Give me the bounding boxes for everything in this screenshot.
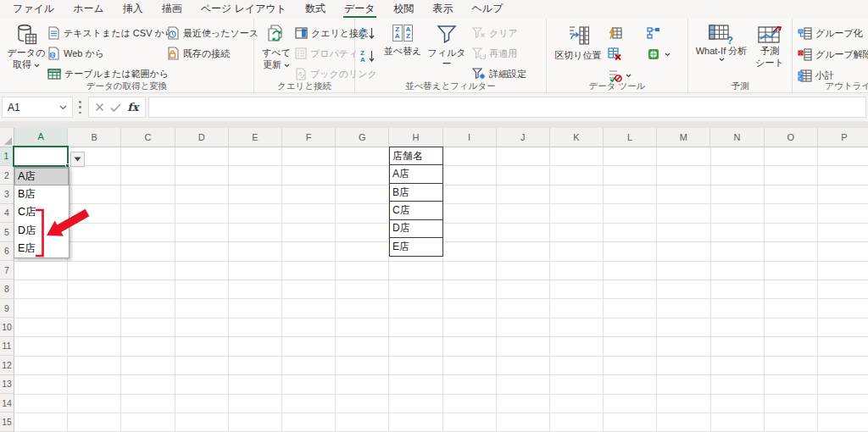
consolidate-button[interactable] bbox=[647, 25, 661, 41]
tab-page-layout[interactable]: ページ レイアウト bbox=[192, 0, 296, 19]
ungroup-button[interactable]: グループ解除 bbox=[798, 47, 868, 62]
tab-review-label: 校閲 bbox=[393, 1, 415, 18]
text-to-columns-button[interactable]: 区切り位置 bbox=[554, 25, 603, 61]
what-if-analysis-icon: ? bbox=[709, 25, 734, 45]
get-data-button[interactable]: データの 取得 bbox=[7, 23, 46, 70]
tab-insert[interactable]: 挿入 bbox=[114, 0, 153, 19]
remove-duplicates-button[interactable] bbox=[608, 47, 622, 62]
remove-duplicates-icon bbox=[608, 47, 622, 61]
row-header-6[interactable]: 6 bbox=[0, 242, 14, 261]
column-header-j[interactable]: J bbox=[497, 128, 550, 147]
column-header-g[interactable]: G bbox=[336, 128, 389, 147]
forecast-sheet-button[interactable]: 予測 シート bbox=[753, 25, 787, 69]
cell-h1[interactable]: 店舗名 bbox=[389, 147, 443, 165]
tab-draw[interactable]: 描画 bbox=[153, 0, 192, 19]
formula-bar: A1 fx bbox=[0, 93, 868, 121]
select-all-button[interactable] bbox=[0, 128, 14, 147]
name-box-value: A1 bbox=[8, 102, 20, 114]
column-header-i[interactable]: I bbox=[443, 128, 497, 147]
sort-descending-button[interactable]: ZA bbox=[360, 49, 375, 64]
tab-formulas-label: 数式 bbox=[304, 1, 326, 18]
cell-h2[interactable]: A店 bbox=[389, 164, 443, 183]
tab-file[interactable]: ファイル bbox=[3, 0, 64, 19]
dropdown-item-b[interactable]: B店 bbox=[14, 186, 69, 203]
dropdown-item-e[interactable]: E店 bbox=[14, 240, 69, 258]
validation-dropdown-button[interactable] bbox=[70, 152, 85, 167]
dropdown-item-a[interactable]: A店 bbox=[14, 168, 69, 186]
column-header-f[interactable]: F bbox=[282, 128, 336, 147]
insert-function-icon[interactable]: fx bbox=[127, 101, 138, 114]
tab-home-label: ホーム bbox=[72, 1, 105, 18]
advanced-filter-button[interactable]: 詳細設定 bbox=[472, 66, 526, 81]
column-header-m[interactable]: M bbox=[657, 128, 710, 147]
column-header-k[interactable]: K bbox=[550, 128, 604, 147]
row-header-8[interactable]: 8 bbox=[0, 280, 14, 298]
tab-view[interactable]: 表示 bbox=[424, 0, 463, 19]
row-header-3[interactable]: 3 bbox=[0, 185, 14, 203]
table-range-icon bbox=[47, 68, 61, 80]
row-header-15[interactable]: 15 bbox=[0, 413, 14, 431]
cell-h4[interactable]: C店 bbox=[389, 201, 443, 219]
dropdown-item-c[interactable]: C店 bbox=[14, 203, 69, 221]
down-arrow-icon bbox=[369, 28, 375, 40]
row-header-4[interactable]: 4 bbox=[0, 204, 14, 223]
enter-icon[interactable] bbox=[110, 103, 121, 112]
row-header-12[interactable]: 12 bbox=[0, 356, 14, 374]
group-icon bbox=[798, 27, 812, 40]
tab-home[interactable]: ホーム bbox=[64, 0, 114, 19]
formula-input[interactable] bbox=[148, 97, 866, 118]
column-header-c[interactable]: C bbox=[121, 128, 175, 147]
formula-bar-resizer[interactable] bbox=[79, 101, 81, 114]
tab-data[interactable]: データ bbox=[335, 0, 385, 19]
what-if-analysis-button[interactable]: ? What-If 分析 bbox=[693, 25, 749, 62]
row-header-10[interactable]: 10 bbox=[0, 318, 14, 336]
recent-sources-button[interactable]: 最近使ったソース bbox=[167, 25, 259, 41]
filter-button[interactable]: フィルター bbox=[426, 25, 467, 69]
column-header-b[interactable]: B bbox=[68, 128, 121, 147]
group-button[interactable]: グループ化 bbox=[798, 25, 863, 41]
sort-dialog-button[interactable]: ZA AZ 並べ替え bbox=[382, 25, 423, 57]
row-header-14[interactable]: 14 bbox=[0, 394, 14, 413]
flash-fill-button[interactable] bbox=[608, 25, 622, 41]
tab-help[interactable]: ヘルプ bbox=[463, 0, 513, 19]
name-box[interactable]: A1 bbox=[2, 97, 73, 118]
from-web-button[interactable]: Web から bbox=[47, 46, 104, 61]
row-header-2[interactable]: 2 bbox=[0, 166, 14, 185]
tab-draw-label: 描画 bbox=[161, 1, 183, 18]
selected-cell-a1[interactable] bbox=[13, 146, 69, 167]
data-model-button[interactable] bbox=[647, 47, 670, 62]
tab-formulas[interactable]: 数式 bbox=[296, 0, 335, 19]
from-text-csv-button[interactable]: テキストまたは CSV から bbox=[47, 25, 174, 41]
column-header-d[interactable]: D bbox=[175, 128, 229, 147]
row-header-5[interactable]: 5 bbox=[0, 223, 14, 241]
existing-connections-button[interactable]: 既存の接続 bbox=[167, 46, 230, 61]
from-table-range-button[interactable]: テーブルまたは範囲から bbox=[47, 66, 169, 81]
database-icon bbox=[14, 23, 38, 47]
ungroup-icon bbox=[798, 48, 812, 61]
cell-h3[interactable]: B店 bbox=[389, 183, 443, 202]
column-header-o[interactable]: O bbox=[765, 128, 818, 147]
data-ribbon: データの 取得 テキストまたは CSV から Web から テーブルまたは範囲か… bbox=[0, 19, 868, 93]
tab-help-label: ヘルプ bbox=[471, 1, 504, 18]
cancel-icon[interactable] bbox=[95, 102, 104, 112]
column-header-l[interactable]: L bbox=[604, 128, 657, 147]
chevron-down-icon bbox=[34, 64, 40, 68]
cell-h6[interactable]: E店 bbox=[389, 237, 443, 256]
column-header-p[interactable]: P bbox=[818, 128, 868, 147]
row-header-13[interactable]: 13 bbox=[0, 375, 14, 394]
column-header-e[interactable]: E bbox=[229, 128, 282, 147]
column-header-a[interactable]: A bbox=[14, 128, 68, 147]
row-header-9[interactable]: 9 bbox=[0, 299, 14, 318]
recent-sources-label: 最近使ったソース bbox=[183, 27, 259, 40]
row-header-7[interactable]: 7 bbox=[0, 261, 14, 280]
refresh-all-button[interactable]: すべて 更新 bbox=[259, 23, 294, 70]
group-forecast: ? What-If 分析 予測 シート 予測 bbox=[688, 19, 793, 93]
formula-grid-divider bbox=[0, 121, 868, 128]
row-header-11[interactable]: 11 bbox=[0, 337, 14, 356]
dropdown-item-d[interactable]: D店 bbox=[14, 222, 69, 240]
sort-ascending-button[interactable]: AZ bbox=[360, 26, 375, 42]
cell-h5[interactable]: D店 bbox=[389, 219, 443, 238]
column-header-h[interactable]: H bbox=[389, 128, 442, 147]
tab-review[interactable]: 校閲 bbox=[385, 0, 424, 19]
column-header-n[interactable]: N bbox=[710, 128, 764, 147]
